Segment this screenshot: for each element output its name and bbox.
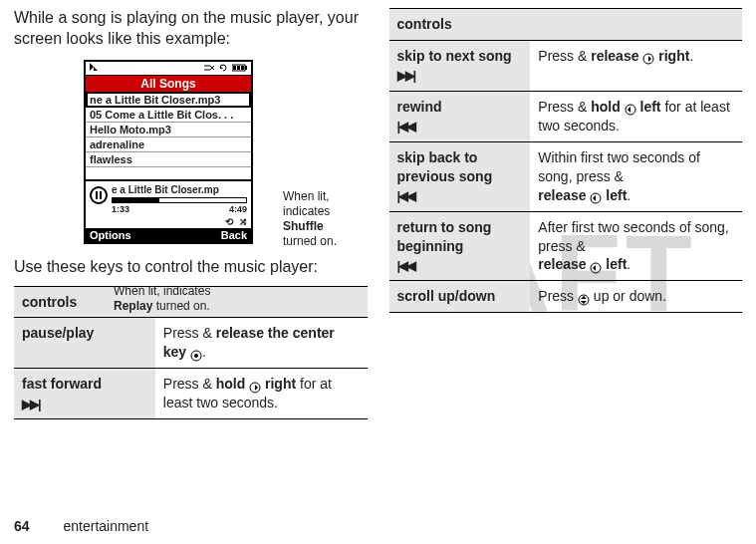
now-playing-panel: e a Little Bit Closer.mp 1:33 4:49 — [86, 179, 251, 215]
callout-replay: When lit, indicates Replay turned on. — [114, 284, 233, 314]
shuffle-status-icon — [204, 62, 216, 74]
indicator-row: ⟲ ⤨ — [86, 215, 251, 228]
skip-back-icon: |◀◀ — [397, 187, 415, 205]
nav-updown-icon — [578, 292, 590, 304]
fast-forward-icon: ▶▶| — [22, 396, 40, 413]
control-label: rewind |◀◀ — [389, 91, 531, 141]
skip-back-icon: |◀◀ — [397, 257, 415, 275]
control-desc: Press & hold right for at least two seco… — [155, 369, 368, 419]
rewind-icon: |◀◀ — [397, 118, 415, 136]
nav-left-icon — [625, 102, 636, 114]
softkey-right: Back — [221, 229, 247, 241]
control-label: fast forward ▶▶| — [14, 369, 155, 419]
control-desc: Press & release right. — [530, 40, 742, 91]
control-label: skip back to previous song |◀◀ — [389, 141, 531, 211]
screen-title: All Songs — [86, 76, 251, 92]
use-keys-text: Use these keys to control the music play… — [14, 258, 368, 276]
nav-left-icon — [590, 260, 602, 272]
svg-rect-6 — [100, 191, 102, 199]
svg-point-8 — [194, 354, 198, 358]
replay-status-icon — [219, 62, 229, 74]
pause-icon — [90, 186, 108, 204]
control-desc: Within first two seconds of song, press … — [530, 141, 742, 211]
song-row: flawless — [86, 152, 251, 167]
svg-rect-4 — [241, 66, 244, 70]
svg-rect-3 — [237, 66, 240, 70]
nav-left-icon — [590, 190, 602, 202]
song-row: 05 Come a Little Bit Clos. . . — [86, 108, 251, 123]
shuffle-indicator-icon: ⤨ — [239, 216, 247, 227]
svg-rect-2 — [233, 66, 236, 70]
control-label: skip to next song ▶▶| — [389, 40, 531, 91]
now-playing-title: e a Little Bit Closer.mp — [112, 184, 247, 195]
svg-rect-1 — [245, 66, 247, 70]
signal-icon — [89, 62, 99, 74]
song-row-selected: ne a Little Bit Closer.mp3 — [86, 92, 251, 108]
song-row: Hello Moto.mp3 — [86, 123, 251, 137]
nav-right-icon — [642, 51, 654, 63]
nav-right-icon — [249, 380, 261, 392]
status-bar — [86, 62, 251, 76]
progress-bar — [112, 197, 247, 203]
skip-next-icon: ▶▶| — [397, 67, 415, 85]
controls-header: controls — [389, 9, 743, 41]
control-label: return to song beginning |◀◀ — [389, 211, 531, 281]
battery-icon — [232, 62, 248, 74]
control-desc: After first two seconds of song, press &… — [530, 211, 742, 281]
time-total: 4:49 — [229, 204, 247, 214]
replay-indicator-icon: ⟲ — [225, 216, 233, 227]
control-desc: Press & release the center key . — [155, 318, 368, 369]
time-elapsed: 1:33 — [112, 204, 129, 214]
control-desc: Press up or down. — [530, 281, 742, 313]
softkey-left: Options — [90, 229, 131, 241]
callout-shuffle: When lit, indicates Shuffle turned on. — [283, 189, 368, 249]
section-name: entertainment — [63, 518, 148, 534]
control-label: scroll up/down — [389, 281, 531, 313]
page-footer: 64 entertainment — [14, 518, 148, 534]
phone-mockup: All Songs ne a Little Bit Closer.mp3 05 … — [84, 60, 253, 244]
page-number: 64 — [14, 518, 30, 534]
control-label: pause/play — [14, 318, 155, 369]
song-row: adrenaline — [86, 137, 251, 152]
nav-center-icon — [190, 348, 202, 360]
control-desc: Press & hold left for at least two secon… — [530, 91, 742, 141]
intro-text: While a song is playing on the music pla… — [14, 8, 368, 50]
controls-table-right: controls skip to next song ▶▶| Press & r… — [389, 8, 743, 313]
svg-rect-5 — [96, 191, 98, 199]
